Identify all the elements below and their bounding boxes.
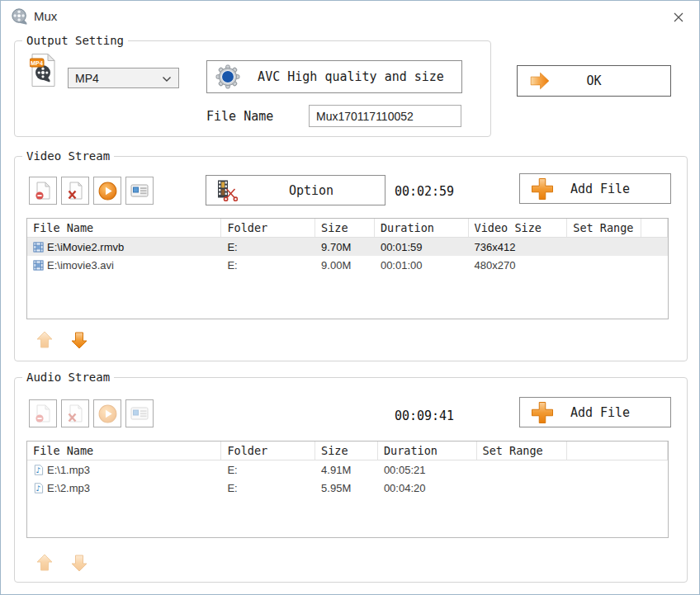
output-setting-legend: Output Setting — [22, 34, 128, 47]
video-add-file-label: Add File — [555, 182, 646, 196]
audio-column-header[interactable] — [567, 442, 668, 460]
format-select[interactable]: MP4 — [68, 68, 179, 88]
video-cell-folder: E: — [221, 259, 315, 272]
video-move-down-button[interactable] — [69, 330, 89, 352]
video-file-table: File NameFolderSizeDurationVideo SizeSet… — [26, 218, 669, 319]
plus-icon — [530, 400, 555, 425]
video-cell-video_size: 480x270 — [469, 259, 568, 272]
audio-table-row[interactable]: ♪E:\1.mp3E:4.91M00:05:21 — [27, 460, 668, 479]
chevron-down-icon — [162, 72, 172, 85]
video-column-header[interactable]: Set Range — [567, 219, 641, 237]
video-header-row: File NameFolderSizeDurationVideo SizeSet… — [27, 219, 668, 238]
video-properties-button[interactable] — [125, 177, 154, 205]
video-total-duration: 00:02:59 — [378, 184, 471, 199]
video-stream-group: Video Stream — [14, 156, 688, 361]
video-play-button[interactable] — [93, 177, 121, 205]
output-setting-group: Output Setting MP4 MP4 — [14, 40, 491, 137]
close-icon[interactable] — [669, 8, 688, 26]
file-name-label: File Name — [206, 109, 273, 124]
audio-stream-group: Audio Stream 0 — [14, 377, 688, 583]
audio-file-icon: ♪ — [33, 465, 44, 475]
video-column-header[interactable]: Size — [315, 219, 375, 237]
audio-cell-folder: E: — [221, 464, 315, 476]
video-cell-size: 9.70M — [315, 241, 375, 253]
svg-text:♪: ♪ — [36, 465, 41, 475]
audio-column-header[interactable]: Duration — [378, 442, 477, 460]
audio-cell-duration: 00:05:21 — [378, 464, 477, 476]
video-move-up-button[interactable] — [35, 330, 54, 352]
audio-stream-legend: Audio Stream — [22, 371, 114, 384]
video-stream-legend: Video Stream — [22, 149, 114, 163]
video-cell-file_name: E:\iMovie2.rmvb — [27, 241, 221, 253]
audio-cell-size: 4.91M — [315, 464, 378, 476]
video-file-icon — [33, 260, 44, 271]
audio-properties-button[interactable] — [125, 399, 154, 427]
audio-column-header[interactable]: Size — [315, 442, 378, 460]
format-select-value: MP4 — [75, 72, 99, 85]
audio-header-row: File NameFolderSizeDurationSet Range — [27, 442, 668, 460]
film-reel-icon — [11, 7, 29, 26]
video-file-icon — [33, 242, 44, 253]
film-scissors-icon — [215, 179, 238, 202]
audio-play-button[interactable] — [93, 399, 121, 427]
video-column-header[interactable]: File Name — [27, 219, 221, 237]
video-column-header[interactable]: Duration — [375, 219, 469, 237]
video-cell-folder: E: — [221, 241, 315, 253]
audio-column-header[interactable]: Folder — [221, 442, 315, 460]
audio-cell-size: 5.95M — [315, 482, 378, 494]
audio-add-file-label: Add File — [555, 405, 646, 420]
video-cell-duration: 00:01:00 — [375, 259, 469, 272]
avc-profile-label: AVC High quality and size — [240, 69, 461, 84]
audio-add-file-button[interactable]: Add File — [519, 397, 671, 427]
ok-arrow-icon — [529, 70, 551, 92]
encoder-gear-icon — [215, 64, 240, 89]
audio-cell-folder: E: — [221, 482, 315, 494]
video-add-file-button[interactable]: Add File — [519, 173, 671, 204]
audio-cell-duration: 00:04:20 — [378, 482, 477, 494]
avc-profile-button[interactable]: AVC High quality and size — [206, 60, 462, 93]
video-cell-duration: 00:01:59 — [375, 241, 469, 253]
plus-icon — [530, 177, 555, 201]
video-table-row[interactable]: E:\imovie3.aviE:9.00M00:01:00480x270 — [27, 256, 668, 274]
svg-text:♪: ♪ — [36, 484, 41, 493]
video-column-header[interactable]: Video Size — [469, 219, 568, 237]
mp4-file-icon: MP4 — [30, 53, 56, 87]
audio-remove-file-button[interactable] — [29, 399, 57, 427]
audio-file-icon: ♪ — [33, 483, 44, 493]
audio-cell-file_name: ♪E:\2.mp3 — [27, 482, 221, 494]
ok-button-label: OK — [551, 73, 637, 88]
audio-cell-file_name: ♪E:\1.mp3 — [27, 464, 221, 476]
file-name-input[interactable] — [309, 105, 461, 127]
svg-text:MP4: MP4 — [31, 59, 43, 67]
window-title: Mux — [34, 9, 57, 23]
video-cell-file_name: E:\imovie3.avi — [27, 259, 221, 272]
ok-button[interactable]: OK — [517, 65, 671, 97]
video-option-button[interactable]: Option — [206, 175, 385, 205]
video-cell-size: 9.00M — [315, 259, 375, 272]
video-cell-video_size: 736x412 — [469, 241, 568, 253]
audio-file-table: File NameFolderSizeDurationSet Range♪E:\… — [26, 441, 669, 538]
video-option-label: Option — [238, 183, 385, 198]
audio-total-duration: 00:09:41 — [378, 408, 471, 423]
video-clear-files-button[interactable] — [61, 177, 89, 205]
audio-move-down-button[interactable] — [69, 553, 89, 574]
audio-column-header[interactable]: Set Range — [477, 442, 568, 460]
video-table-row[interactable]: E:\iMovie2.rmvbE:9.70M00:01:59736x412 — [27, 238, 668, 256]
mux-dialog-window: Mux Output Setting MP4 MP4 — [0, 0, 700, 595]
video-column-header[interactable] — [641, 219, 668, 237]
audio-table-row[interactable]: ♪E:\2.mp3E:5.95M00:04:20 — [27, 479, 668, 497]
audio-clear-files-button[interactable] — [61, 399, 89, 427]
video-remove-file-button[interactable] — [29, 177, 57, 205]
audio-move-up-button[interactable] — [35, 553, 54, 574]
video-column-header[interactable]: Folder — [221, 219, 315, 237]
title-bar: Mux — [1, 1, 699, 32]
audio-column-header[interactable]: File Name — [27, 442, 221, 460]
